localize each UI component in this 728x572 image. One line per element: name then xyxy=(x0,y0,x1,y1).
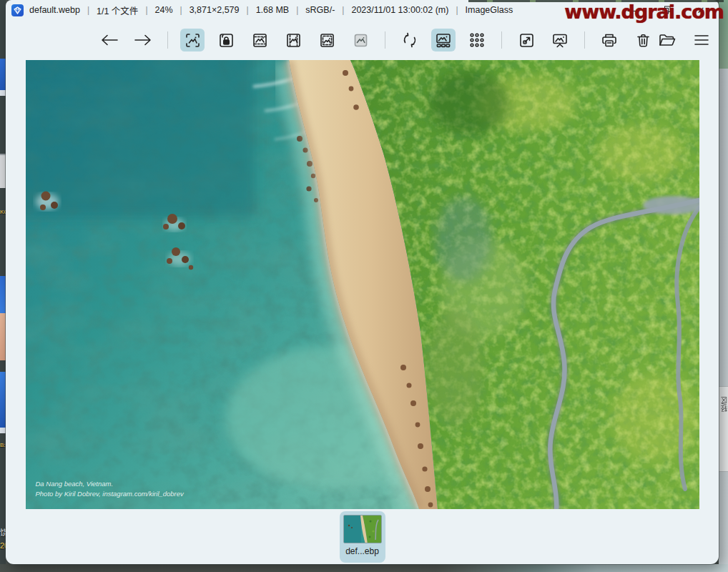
titlebar-separator: | xyxy=(87,5,89,15)
desktop-bottom-sliver xyxy=(0,564,728,572)
scale-to-fit-button[interactable] xyxy=(315,29,339,51)
close-button[interactable]: ✕ xyxy=(694,4,707,16)
slideshow-icon xyxy=(552,33,568,48)
gallery-bar: def...ebp xyxy=(6,509,719,564)
shortcut-arrow-fragment xyxy=(0,90,6,96)
titlebar-separator: | xyxy=(342,5,344,15)
gallery-icon xyxy=(436,33,451,48)
shortcut-arrow-fragment xyxy=(0,428,6,433)
scale-to-width-icon xyxy=(252,33,267,48)
titlebar-file-size: 1.68 MB xyxy=(256,5,290,15)
main-menu-button[interactable] xyxy=(689,29,714,51)
toolbar-separator xyxy=(584,31,585,49)
delete-button[interactable] xyxy=(631,29,655,51)
toolbar xyxy=(6,20,719,60)
previous-image-button[interactable] xyxy=(97,29,122,51)
scale-to-fill-icon xyxy=(353,33,368,48)
hamburger-menu-icon xyxy=(694,34,709,46)
scale-to-height-button[interactable] xyxy=(281,29,305,51)
scale-to-fit-icon xyxy=(320,33,335,48)
auto-zoom-icon xyxy=(185,33,200,48)
scale-to-height-icon xyxy=(286,33,301,48)
desktop-label-fragment: B: xyxy=(0,442,6,450)
open-file-button[interactable] xyxy=(655,29,679,51)
thumbnail-label: def...ebp xyxy=(345,546,379,556)
titlebar-filename: default.webp xyxy=(29,5,80,15)
print-icon xyxy=(601,33,617,48)
desktop-label-fragment: KC xyxy=(0,209,6,216)
titlebar[interactable]: default.webp | 1/1 个文件 | 24% | 3,871×2,5… xyxy=(6,0,719,20)
titlebar-datetime: 2023/11/01 13:00:02 (m) xyxy=(351,5,448,15)
thumbnail-image xyxy=(343,515,382,543)
lock-zoom-button[interactable] xyxy=(214,29,238,51)
open-folder-icon xyxy=(659,33,676,48)
full-screen-button[interactable] xyxy=(514,29,538,51)
toggle-gallery-button[interactable] xyxy=(431,29,456,51)
toolbar-separator xyxy=(167,31,168,49)
desktop-left-sliver: KC B: 饶 20 xyxy=(0,0,6,572)
desktop-label-fragment: 饶 xyxy=(0,528,6,539)
print-button[interactable] xyxy=(597,29,621,51)
next-image-button[interactable] xyxy=(131,29,155,51)
scale-to-fill-button[interactable] xyxy=(348,29,373,51)
arrow-left-icon xyxy=(100,34,119,46)
titlebar-separator: | xyxy=(296,5,298,15)
grid-dots-icon xyxy=(469,32,485,48)
slideshow-button[interactable] xyxy=(548,29,572,51)
minimize-button[interactable]: — xyxy=(626,4,639,16)
arrow-right-icon xyxy=(134,34,152,46)
aerial-beach-photo xyxy=(26,60,699,509)
image-viewer: Da Nang beach, Vietnam. Photo by Kiril D… xyxy=(6,60,719,509)
top-edge-artifact xyxy=(468,0,724,2)
toolbar-separator xyxy=(385,31,385,49)
titlebar-file-count: 1/1 个文件 xyxy=(97,4,138,17)
titlebar-zoom-level: 24% xyxy=(155,5,173,15)
titlebar-app-name: ImageGlass xyxy=(466,5,513,15)
photo-main[interactable]: Da Nang beach, Vietnam. Photo by Kiril D… xyxy=(26,60,699,509)
titlebar-color-profile: sRGB/- xyxy=(305,5,335,15)
imageglass-app-icon xyxy=(11,4,24,16)
restore-button[interactable] xyxy=(660,4,673,16)
titlebar-separator: | xyxy=(456,5,458,15)
imageglass-window: default.webp | 1/1 个文件 | 24% | 3,871×2,5… xyxy=(6,0,719,564)
restore-icon xyxy=(662,6,671,14)
titlebar-dimensions: 3,871×2,579 xyxy=(190,5,240,15)
desktop-icon-fragment xyxy=(0,276,6,313)
fullscreen-icon xyxy=(519,33,534,48)
titlebar-separator: | xyxy=(145,5,147,15)
desktop-icon-fragment xyxy=(0,154,6,188)
desktop-icon-fragment xyxy=(0,372,6,430)
background-window-fragment xyxy=(719,0,728,69)
desktop-label-fragment: 20 xyxy=(0,541,6,552)
lock-zoom-icon xyxy=(219,33,234,48)
desktop-icon-fragment xyxy=(0,313,6,360)
scale-to-width-button[interactable] xyxy=(247,29,272,51)
toolbar-separator xyxy=(501,31,502,49)
titlebar-separator: | xyxy=(180,5,182,15)
refresh-button[interactable] xyxy=(398,29,422,51)
auto-zoom-button[interactable] xyxy=(180,29,205,51)
titlebar-separator: | xyxy=(247,5,249,15)
background-window-fragment: 轻/区 xyxy=(719,386,728,472)
desktop: KC B: 饶 20 轻/区 www.dgrai.com default.web… xyxy=(0,0,728,572)
desktop-icon-fragment xyxy=(0,59,6,94)
trash-icon xyxy=(636,33,651,48)
refresh-icon xyxy=(402,32,418,48)
thumbnail-grid-button[interactable] xyxy=(465,29,489,51)
desktop-right-sliver: 轻/区 xyxy=(719,0,728,572)
thumbnail-selected[interactable]: def...ebp xyxy=(340,511,385,563)
vertical-text-fragment: 轻/区 xyxy=(719,397,728,412)
